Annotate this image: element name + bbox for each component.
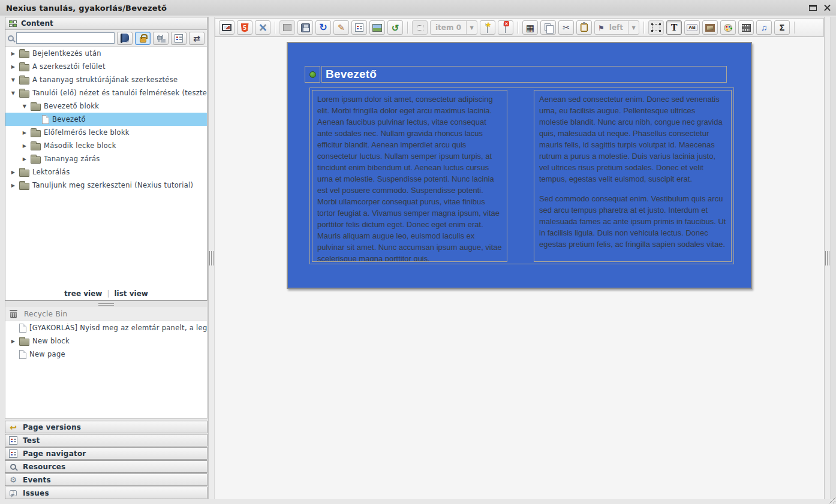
align-dropdown[interactable]: left [594,20,639,35]
page-title[interactable]: Bevezető [321,66,727,83]
paste-button[interactable] [576,20,592,35]
maximize-button[interactable] [807,2,818,13]
selection-mode-button[interactable] [412,20,428,35]
lock-button[interactable] [135,32,151,45]
tree-search-input[interactable] [16,32,115,44]
page-canvas[interactable]: Bevezető Lorem ipsum dolor sit amet, con… [287,42,752,289]
editor-toolbar: 5 item 0 ★ left T AB [215,18,824,37]
tree-item[interactable]: Tananyag zárás [5,152,207,165]
insert-textfield-button[interactable]: AB [684,20,700,35]
expander-icon[interactable] [10,51,16,56]
panel-events[interactable]: Events [5,473,208,486]
tree-item[interactable]: Tanulói (elő) nézet és tanulói felmérése… [5,86,207,99]
settings-tools-button[interactable] [255,20,270,35]
tree-item[interactable]: A szerkesztői felület [5,60,207,73]
brush-icon [338,23,345,32]
insert-video-button[interactable] [738,20,754,35]
page-versions-icon [8,423,18,431]
tree-item[interactable]: Előfelmérős lecke blokk [5,126,207,139]
expander-icon[interactable] [10,77,16,83]
chevron-down-icon[interactable] [628,21,639,34]
delete-item-button[interactable] [498,20,513,35]
preview-button[interactable] [219,20,234,35]
chevron-down-icon[interactable] [466,21,477,34]
expander-icon[interactable] [10,339,16,344]
text-column-left[interactable]: Lorem ipsum dolor sit amet, consectetur … [312,90,507,262]
expander-icon[interactable] [10,170,16,175]
tree-item-selected[interactable]: Bevezető [5,113,207,126]
insert-drawing-button[interactable] [720,20,736,35]
panel-test[interactable]: Test [5,434,208,446]
properties-button[interactable] [171,32,187,45]
paragraph: Lorem ipsum dolor sit amet, consectetur … [317,93,502,262]
tree-item[interactable]: Lektorálás [5,165,207,179]
text-column-right[interactable]: Aenean sed consectetur enim. Donec sed v… [534,90,732,262]
insert-formula-button[interactable]: Σ [774,20,790,35]
panel-resources[interactable]: Resources [5,460,208,473]
right-splitter[interactable] [824,17,831,499]
page-title-block[interactable]: Bevezető [305,66,727,83]
document-area: Bevezető Lorem ipsum dolor sit amet, con… [215,37,824,499]
expander-icon[interactable] [22,130,28,135]
expander-icon[interactable] [22,143,28,149]
tree-item[interactable]: A tananyag struktúrájának szerkesztése [5,73,207,86]
left-splitter[interactable] [208,17,215,499]
add-item-button[interactable]: ★ [480,20,495,35]
tree-item[interactable]: Második lecke block [5,139,207,152]
search-icon [8,35,14,41]
history-button[interactable] [387,20,403,35]
two-column-block[interactable]: Lorem ipsum dolor sit amet, consectetur … [309,87,734,264]
toolbar-separator [275,22,275,34]
filter-button[interactable] [153,32,169,45]
expander-icon[interactable] [10,183,16,188]
panel-issues[interactable]: ? Issues [5,487,208,499]
folder-icon [31,104,41,111]
view-switcher: tree view | list view [5,287,207,300]
expander-icon[interactable] [10,90,16,96]
tree-item[interactable]: Tanuljunk meg szerkeszteni (Nexius tutor… [5,179,207,192]
insert-table-button[interactable] [522,20,538,35]
recycle-item[interactable]: New page [5,348,207,361]
panel-page-versions[interactable]: Page versions [5,421,208,433]
cut-button[interactable] [558,20,574,35]
style-brush-button[interactable] [333,20,349,35]
copy-button[interactable] [540,20,556,35]
splitter-grip-icon [209,251,213,265]
background-color-button[interactable] [279,20,295,35]
recycle-item[interactable]: [GYAKORLÁS] Nyisd meg az elemtár panelt,… [5,321,207,334]
maximize-icon [809,5,817,11]
content-panel-header[interactable]: Content [5,17,207,30]
window-title: Nexius tanulás, gyakorlás/Bevezető [0,4,167,13]
dictionary-button[interactable] [117,32,133,45]
events-gears-icon [8,476,18,484]
save-icon [301,23,310,32]
html5-export-button[interactable]: 5 [237,20,252,35]
tree-view-link[interactable]: tree view [64,289,102,298]
item-select-dropdown[interactable]: item 0 [430,20,477,35]
horizontal-splitter[interactable] [5,301,208,307]
tree-item[interactable]: Bejelentkezés után [5,47,207,60]
tree-item[interactable]: Bevezető blokk [5,99,207,113]
insert-audio-button[interactable] [756,20,772,35]
refresh-button[interactable] [315,20,331,35]
film-icon [742,24,751,32]
select-element-button[interactable] [648,20,664,35]
close-button[interactable] [822,2,832,13]
expander-icon[interactable] [10,64,16,70]
page-properties-button[interactable] [351,20,367,35]
recycle-item[interactable]: New block [5,334,207,348]
bullet-cell[interactable] [305,66,320,83]
list-view-link[interactable]: list view [114,289,148,298]
recycle-bin-header[interactable]: Recycle Bin [5,307,207,321]
panel-page-navigator[interactable]: Page navigator [5,447,208,460]
page-image-button[interactable] [369,20,385,35]
insert-text-button[interactable]: T [666,20,682,35]
framed-image-icon [705,24,715,32]
folder-icon [31,156,41,164]
expander-icon[interactable] [22,156,28,162]
insert-image-button[interactable] [702,20,718,35]
sync-button[interactable] [189,32,205,45]
expander-icon[interactable] [22,104,28,109]
save-button[interactable] [297,20,313,35]
collapsed-right-panel[interactable] [831,17,836,499]
